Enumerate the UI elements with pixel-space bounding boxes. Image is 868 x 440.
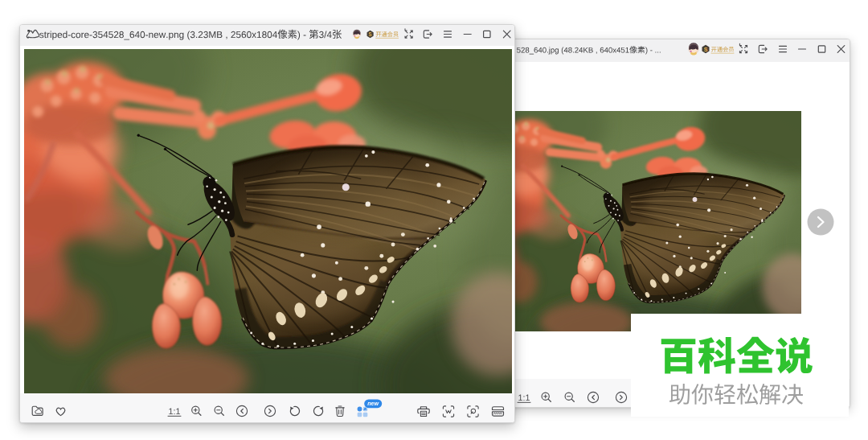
svg-text:new: new: [367, 400, 379, 407]
